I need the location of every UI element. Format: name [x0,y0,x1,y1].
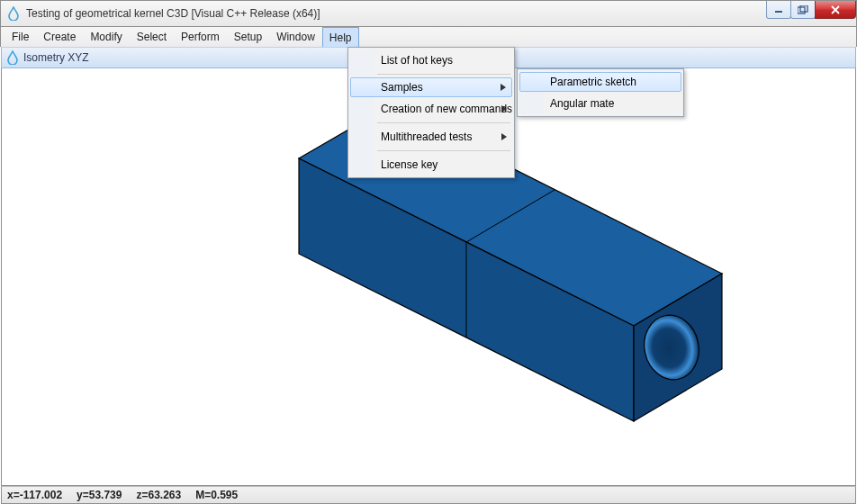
minimize-button[interactable] [766,1,791,19]
menu-select[interactable]: Select [130,27,174,47]
samples-submenu: Parametric sketchAngular mate [517,68,684,117]
maximize-button[interactable] [790,1,816,19]
svg-rect-0 [775,11,782,13]
window-controls [767,1,856,19]
menu-item-label: List of hot keys [381,54,453,67]
chevron-right-icon [501,130,507,143]
help-menu-item-7[interactable]: License key [350,154,512,176]
window-title: Testing of geometrical kernel C3D [Visua… [26,7,854,20]
samples-menu-item-1[interactable]: Angular mate [519,93,681,114]
status-m: M=0.595 [195,489,238,501]
chevron-right-icon [501,103,507,115]
menu-setup[interactable]: Setup [227,27,269,47]
status-y: y=53.739 [77,489,122,501]
menu-item-label: Parametric sketch [550,76,636,88]
menu-file[interactable]: File [5,27,36,47]
menu-item-label: Multithreaded tests [381,130,472,143]
help-menu-item-0[interactable]: List of hot keys [350,50,512,71]
menu-modify[interactable]: Modify [83,27,129,47]
status-bar: x=-117.002 y=53.739 z=63.263 M=0.595 [1,486,856,504]
svg-rect-1 [798,7,805,14]
menu-window[interactable]: Window [269,27,322,47]
menu-item-label: Samples [381,81,423,94]
help-menu: List of hot keysSamplesCreation of new c… [347,47,515,178]
menu-help[interactable]: Help [322,27,359,47]
app-icon [5,50,20,65]
menu-separator [377,122,510,123]
help-menu-item-2[interactable]: Samples [350,77,512,97]
svg-rect-2 [800,5,807,12]
menu-separator [377,150,510,151]
menu-bar: FileCreateModifySelectPerformSetupWindow… [0,27,857,47]
menu-item-label: License key [381,158,438,171]
app-icon [6,6,21,21]
samples-menu-item-0[interactable]: Parametric sketch [519,72,681,92]
maximize-icon [798,5,808,14]
close-icon [830,5,841,14]
status-x: x=-117.002 [7,489,62,501]
minimize-icon [774,5,783,14]
menu-separator [377,74,510,75]
view-label: Isometry XYZ [23,51,89,64]
menu-item-label: Creation of new commands [381,103,512,115]
chevron-right-icon [501,81,506,94]
help-menu-item-5[interactable]: Multithreaded tests [350,126,512,148]
menu-create[interactable]: Create [36,27,83,47]
status-z: z=63.263 [136,489,181,501]
close-button[interactable] [815,1,856,19]
menu-item-label: Angular mate [550,97,614,110]
menu-perform[interactable]: Perform [174,27,227,47]
title-bar: Testing of geometrical kernel C3D [Visua… [0,0,857,27]
help-menu-item-3[interactable]: Creation of new commands [350,98,512,120]
